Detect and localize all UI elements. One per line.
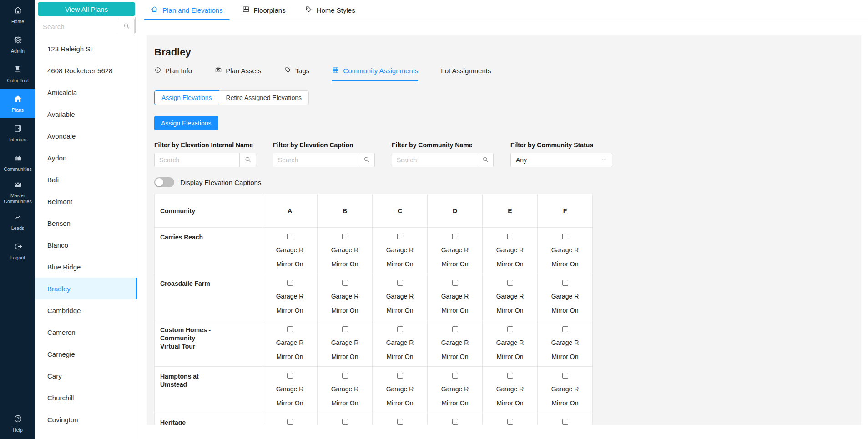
elevation-checkbox[interactable]: [287, 280, 293, 286]
elevation-checkbox[interactable]: [397, 280, 403, 286]
plan-list-item-covington[interactable]: Covington: [35, 409, 137, 430]
table-row: Hamptons at UmsteadGarage RMirror OnGara…: [155, 367, 593, 413]
elevation-checkbox[interactable]: [452, 234, 458, 239]
elevation-checkbox[interactable]: [287, 234, 293, 239]
plan-list-item-blue-ridge[interactable]: Blue Ridge: [35, 256, 137, 278]
top-tab-plan-and-elevations[interactable]: Plan and Elevations: [141, 0, 232, 20]
filter-search-button[interactable]: [239, 153, 256, 167]
elevation-checkbox[interactable]: [287, 419, 293, 425]
plan-list-item-avondale[interactable]: Avondale: [35, 125, 137, 147]
plan-list-item-bali[interactable]: Bali: [35, 169, 137, 190]
plan-search-input[interactable]: [38, 19, 118, 34]
elevation-checkbox[interactable]: [342, 234, 348, 239]
mirror-label: Mirror On: [538, 353, 592, 360]
sidebar-item-interiors[interactable]: Interiors: [0, 118, 35, 148]
mirror-label: Mirror On: [428, 307, 482, 314]
tab-tags[interactable]: Tags: [284, 66, 310, 81]
filter-by-community-name-input[interactable]: [392, 153, 477, 167]
elevation-checkbox[interactable]: [287, 373, 293, 379]
elevation-checkbox[interactable]: [562, 280, 568, 286]
sidebar-item-help[interactable]: Help: [0, 409, 35, 438]
top-tab-floorplans[interactable]: Floorplans: [232, 0, 295, 20]
display-captions-toggle[interactable]: [154, 177, 174, 187]
top-tab-home-styles[interactable]: Home Styles: [295, 0, 365, 20]
sidebar-item-plans[interactable]: Plans: [0, 89, 35, 118]
tab-plan-assets[interactable]: Plan Assets: [215, 66, 261, 81]
assign-elevations-button[interactable]: Assign Elevations: [154, 116, 218, 130]
sidebar-item-color-tool[interactable]: Color Tool: [0, 59, 35, 89]
elevation-checkbox[interactable]: [452, 326, 458, 332]
assignment-cell-custom-homes-community-virtual-tour-f: Garage RMirror On: [538, 320, 593, 367]
tab-community-assignments[interactable]: Community Assignments: [332, 66, 418, 81]
elevation-checkbox[interactable]: [452, 280, 458, 286]
elevation-checkbox[interactable]: [562, 373, 568, 379]
tag-icon: [305, 5, 313, 15]
community-status-select[interactable]: Any: [510, 153, 612, 167]
elevation-checkbox[interactable]: [342, 419, 348, 425]
plan-list-item-cambridge[interactable]: Cambridge: [35, 299, 137, 321]
sidebar-item-logout[interactable]: Logout: [0, 236, 35, 266]
plan-list-scrollbar[interactable]: [135, 17, 136, 33]
elevation-checkbox[interactable]: [342, 326, 348, 332]
plan-list-item-churchill[interactable]: Churchill: [35, 387, 137, 409]
view-all-plans-button[interactable]: View All Plans: [38, 2, 135, 16]
plan-list-item-cameron[interactable]: Cameron: [35, 321, 137, 343]
elevation-checkbox[interactable]: [397, 234, 403, 239]
tab-lot-assignments[interactable]: Lot Assignments: [441, 66, 491, 81]
table-body: Carries ReachGarage RMirror OnGarage RMi…: [155, 228, 593, 425]
filter-search-button[interactable]: [477, 153, 493, 167]
filter-by-elevation-internal-name-input[interactable]: [155, 153, 239, 167]
elevation-checkbox[interactable]: [562, 234, 568, 239]
tag-icon: [284, 66, 292, 75]
elevation-checkbox[interactable]: [397, 326, 403, 332]
elevation-checkbox[interactable]: [507, 373, 513, 379]
plan-list-item-cary[interactable]: Cary: [35, 365, 137, 387]
elevation-checkbox[interactable]: [397, 419, 403, 425]
community-name-cell: Custom Homes - Community Virtual Tour: [155, 320, 262, 367]
elevation-checkbox[interactable]: [342, 373, 348, 379]
filters-row: Filter by Elevation Internal NameFilter …: [154, 141, 854, 167]
garage-label: Garage R: [318, 293, 372, 300]
assignment-cell-hamptons-at-umstead-e: Garage RMirror On: [483, 367, 538, 413]
plan-list-item-bradley[interactable]: Bradley: [35, 278, 137, 299]
sidebar-item-master-communities[interactable]: Master Communities: [0, 177, 35, 207]
retire-assigned-elevations-toggle-button[interactable]: Retire Assigned Elevations: [219, 90, 309, 105]
plan-list-item-4608-rocketeer-5628[interactable]: 4608 Rocketeer 5628: [35, 60, 137, 81]
elevation-checkbox[interactable]: [287, 326, 293, 332]
assignment-cell-carries-reach-a: Garage RMirror On: [262, 228, 318, 274]
sidebar-item-communities[interactable]: Communities: [0, 148, 35, 177]
sidebar-item-leads[interactable]: Leads: [0, 207, 35, 236]
plan-list-item-benson[interactable]: Benson: [35, 212, 137, 234]
assign-elevations-toggle-button[interactable]: Assign Elevations: [154, 90, 219, 105]
plan-list-item-belmont[interactable]: Belmont: [35, 190, 137, 212]
tab-plan-info[interactable]: Plan Info: [154, 66, 192, 81]
plan-list-item-blanco[interactable]: Blanco: [35, 234, 137, 256]
elevation-checkbox[interactable]: [507, 280, 513, 286]
garage-label: Garage R: [428, 246, 482, 254]
plan-search-button[interactable]: [118, 19, 134, 34]
plan-list-item-crawford[interactable]: Crawford: [35, 430, 137, 439]
sidebar-item-home[interactable]: Home: [0, 0, 35, 30]
plan-list-item-carnegie[interactable]: Carnegie: [35, 343, 137, 365]
mirror-label: Mirror On: [318, 399, 372, 407]
plan-list-item-available[interactable]: Available: [35, 103, 137, 125]
elevation-checkbox[interactable]: [452, 373, 458, 379]
plan-list-item-amicalola[interactable]: Amicalola: [35, 81, 137, 103]
elevation-checkbox[interactable]: [562, 419, 568, 425]
plan-list-item-123-raleigh-st[interactable]: 123 Raleigh St: [35, 38, 137, 60]
elevation-checkbox[interactable]: [397, 373, 403, 379]
elevation-column-header-c: C: [373, 194, 428, 228]
filter-search-button[interactable]: [358, 153, 374, 167]
elevation-checkbox[interactable]: [342, 280, 348, 286]
elevation-checkbox[interactable]: [507, 234, 513, 239]
garage-label: Garage R: [373, 385, 427, 393]
elevation-checkbox[interactable]: [507, 326, 513, 332]
sidebar-item-label: Help: [13, 427, 23, 433]
elevation-checkbox[interactable]: [452, 419, 458, 425]
plan-list-item-aydon[interactable]: Aydon: [35, 147, 137, 169]
elevation-checkbox[interactable]: [507, 419, 513, 425]
sidebar-item-label: Logout: [10, 255, 25, 261]
filter-by-elevation-caption-input[interactable]: [273, 153, 358, 167]
elevation-checkbox[interactable]: [562, 326, 568, 332]
sidebar-item-admin[interactable]: Admin: [0, 30, 35, 59]
